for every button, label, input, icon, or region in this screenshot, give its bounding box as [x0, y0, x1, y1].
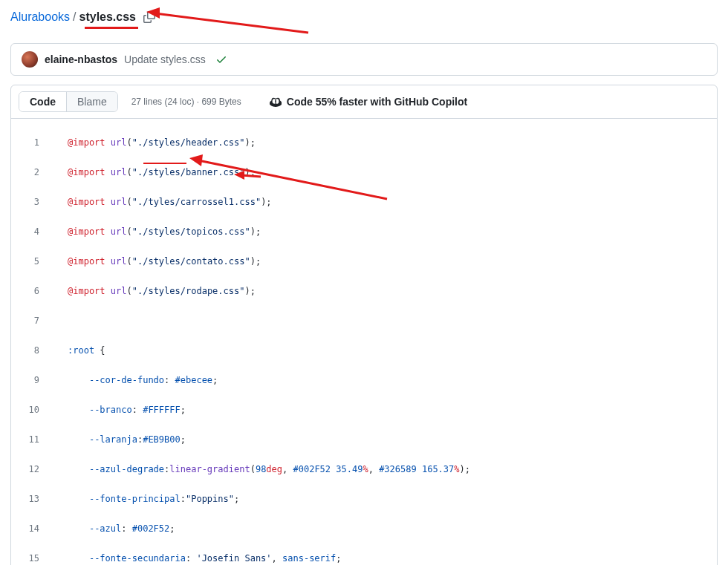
breadcrumb-separator: /: [73, 10, 76, 24]
copy-path-icon[interactable]: [143, 11, 155, 23]
code-line: 13 --fonte-principal:"Poppins";: [11, 491, 717, 506]
line-number[interactable]: 2: [11, 165, 54, 180]
line-number[interactable]: 8: [11, 343, 54, 358]
code-line: 3@import url("./tyles/carrossel1.css");: [11, 195, 717, 209]
breadcrumb: Alurabooks / styles.css: [10, 7, 718, 31]
copilot-icon: [270, 96, 282, 108]
tab-blame[interactable]: Blame: [66, 92, 117, 111]
code-line: 14 --azul: #002F52;: [11, 521, 717, 536]
line-number[interactable]: 11: [11, 432, 54, 447]
tab-code[interactable]: Code: [19, 92, 66, 111]
line-number[interactable]: 13: [11, 491, 54, 506]
file-view-toolbar: Code Blame 27 lines (24 loc) · 699 Bytes…: [11, 85, 717, 119]
latest-commit-bar: elaine-nbastos Update styles.css: [10, 43, 718, 76]
avatar[interactable]: [22, 51, 38, 68]
code-line: 11 --laranja:#EB9B00;: [11, 432, 717, 447]
code-line: 6@import url("./styles/rodape.css");: [11, 284, 717, 298]
line-number[interactable]: 3: [11, 195, 54, 209]
copilot-promo-button[interactable]: Code 55% faster with GitHub Copilot: [270, 96, 467, 108]
line-number[interactable]: 6: [11, 284, 54, 298]
commit-message-link[interactable]: Update styles.css: [124, 53, 206, 65]
line-number[interactable]: 14: [11, 521, 54, 536]
view-mode-tabs: Code Blame: [19, 91, 118, 112]
code-line: 1@import url("./styles/header.css");: [11, 135, 717, 150]
file-view-panel: Code Blame 27 lines (24 loc) · 699 Bytes…: [10, 85, 718, 565]
line-number[interactable]: 7: [11, 313, 54, 328]
line-number[interactable]: 1: [11, 135, 54, 150]
breadcrumb-filename: styles.css: [79, 10, 137, 24]
file-info-text: 27 lines (24 loc) · 699 Bytes: [131, 97, 241, 107]
code-line: 5@import url("./styles/contato.css");: [11, 254, 717, 269]
commit-author-link[interactable]: elaine-nbastos: [45, 53, 117, 65]
annotation-underline: [143, 163, 186, 164]
line-number[interactable]: 5: [11, 254, 54, 269]
code-line: 8:root {: [11, 343, 717, 358]
code-line: 9 --cor-de-fundo: #ebecee;: [11, 373, 717, 388]
code-line: 15 --fonte-secundaria: 'Josefin Sans', s…: [11, 551, 717, 565]
line-number[interactable]: 10: [11, 402, 54, 417]
code-line: 12 --azul-degrade:linear-gradient(98deg,…: [11, 462, 717, 477]
breadcrumb-repo-link[interactable]: Alurabooks: [10, 10, 70, 24]
code-view: 1@import url("./styles/header.css"); 2@i…: [11, 119, 717, 565]
line-number[interactable]: 9: [11, 373, 54, 388]
code-line: 4@import url("./styles/topicos.css");: [11, 224, 717, 239]
code-line: 10 --branco: #FFFFFF;: [11, 402, 717, 417]
line-number[interactable]: 12: [11, 462, 54, 477]
code-line: 7: [11, 313, 717, 328]
annotation-underline: [85, 27, 138, 29]
check-icon[interactable]: [215, 53, 227, 65]
line-number[interactable]: 4: [11, 224, 54, 239]
line-number[interactable]: 15: [11, 551, 54, 565]
code-line: 2@import url("./styles/banner.css");: [11, 165, 717, 180]
copilot-promo-label: Code 55% faster with GitHub Copilot: [287, 96, 467, 108]
